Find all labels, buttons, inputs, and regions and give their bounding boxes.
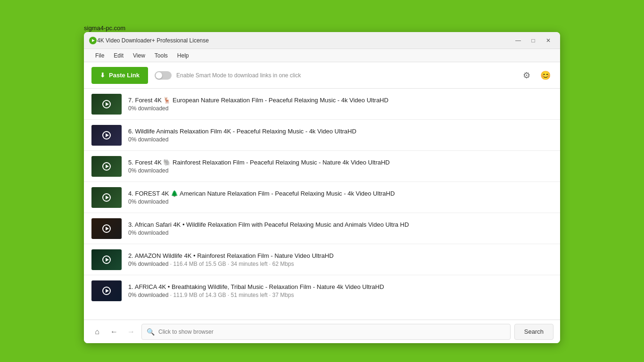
download-status: 0% downloaded: [128, 198, 553, 205]
smart-mode-area: Enable Smart Mode to download links in o…: [155, 71, 513, 80]
play-icon: [102, 193, 111, 202]
video-thumbnail: [91, 94, 122, 115]
status-downloaded: 0% downloaded: [128, 261, 168, 267]
window-controls: — □ ✕: [511, 33, 555, 48]
play-icon: [102, 287, 111, 295]
status-downloaded: 0% downloaded: [128, 198, 168, 205]
browser-search-input[interactable]: [158, 329, 505, 335]
download-title: 6. Wildlife Animals Relaxation Film 4K -…: [128, 128, 553, 135]
window-title: 4K Video Downloader+ Professional Licens…: [97, 37, 511, 44]
download-status: 0% downloaded · 116.4 MB of 15.5 GB · 34…: [128, 261, 553, 267]
minimize-button[interactable]: —: [511, 33, 525, 48]
list-item[interactable]: 3. African Safari 4K • Wildlife Relaxati…: [84, 213, 560, 244]
maximize-button[interactable]: □: [526, 33, 540, 48]
download-title: 5. Forest 4K 🐘 Rainforest Relaxation Fil…: [128, 159, 553, 166]
download-info: 3. African Safari 4K • Wildlife Relaxati…: [128, 221, 553, 236]
list-item[interactable]: 7. Forest 4K 🦌 European Nature Relaxatio…: [84, 89, 560, 120]
status-extra: · 116.4 MB of 15.5 GB · 34 minutes left …: [168, 261, 294, 267]
status-downloaded: 0% downloaded: [128, 105, 168, 112]
toolbar: ⬇ Paste Link Enable Smart Mode to downlo…: [84, 62, 560, 89]
app-window: 4K Video Downloader+ Professional Licens…: [84, 32, 560, 343]
paste-link-icon: ⬇: [100, 72, 105, 79]
toggle-knob: [156, 72, 162, 79]
download-info: 6. Wildlife Animals Relaxation Film 4K -…: [128, 128, 553, 143]
back-button[interactable]: ←: [107, 325, 121, 338]
list-item[interactable]: 1. AFRICA 4K • Breathtaking Wildlife, Tr…: [84, 275, 560, 306]
video-thumbnail: [91, 156, 122, 177]
app-logo-icon: [89, 36, 97, 45]
download-list: 7. Forest 4K 🦌 European Nature Relaxatio…: [84, 89, 560, 320]
smart-mode-label: Enable Smart Mode to download links in o…: [176, 72, 301, 79]
paste-link-label: Paste Link: [109, 72, 140, 79]
account-icon-button[interactable]: 😊: [538, 68, 553, 82]
download-status: 0% downloaded: [128, 230, 553, 236]
paste-link-button[interactable]: ⬇ Paste Link: [91, 67, 148, 84]
video-thumbnail: [91, 218, 122, 239]
video-thumbnail: [91, 249, 122, 270]
status-downloaded: 0% downloaded: [128, 230, 168, 236]
status-extra: · 111.9 MB of 14.3 GB · 51 minutes left …: [168, 292, 294, 298]
list-item[interactable]: 6. Wildlife Animals Relaxation Film 4K -…: [84, 120, 560, 151]
download-status: 0% downloaded: [128, 105, 553, 112]
watermark: sigma4-pc.com: [84, 25, 125, 32]
download-info: 1. AFRICA 4K • Breathtaking Wildlife, Tr…: [128, 283, 553, 298]
download-info: 2. AMAZON Wildlife 4K • Rainforest Relax…: [128, 252, 553, 267]
play-icon: [102, 224, 111, 233]
play-icon: [102, 100, 111, 108]
forward-button[interactable]: →: [124, 325, 138, 338]
menu-item-file[interactable]: File: [91, 50, 109, 61]
download-info: 5. Forest 4K 🐘 Rainforest Relaxation Fil…: [128, 159, 553, 174]
list-item[interactable]: 5. Forest 4K 🐘 Rainforest Relaxation Fil…: [84, 151, 560, 182]
download-title: 7. Forest 4K 🦌 European Nature Relaxatio…: [128, 97, 553, 104]
download-title: 2. AMAZON Wildlife 4K • Rainforest Relax…: [128, 252, 553, 259]
browser-search-icon: 🔍: [147, 328, 155, 336]
download-title: 4. FOREST 4K 🌲 American Nature Relaxatio…: [128, 190, 553, 197]
menu-item-tools[interactable]: Tools: [150, 50, 173, 61]
status-downloaded: 0% downloaded: [128, 167, 168, 174]
settings-icon-button[interactable]: ⚙: [520, 68, 534, 82]
download-status: 0% downloaded · 111.9 MB of 14.3 GB · 51…: [128, 292, 553, 298]
status-downloaded: 0% downloaded: [128, 136, 168, 143]
download-info: 7. Forest 4K 🦌 European Nature Relaxatio…: [128, 97, 553, 112]
play-icon: [102, 162, 111, 171]
download-status: 0% downloaded: [128, 136, 553, 143]
video-thumbnail: [91, 125, 122, 146]
browser-bar: ⌂ ← → 🔍 Search: [84, 320, 560, 343]
list-item[interactable]: 2. AMAZON Wildlife 4K • Rainforest Relax…: [84, 244, 560, 275]
list-item[interactable]: 4. FOREST 4K 🌲 American Nature Relaxatio…: [84, 182, 560, 213]
toolbar-right-icons: ⚙ 😊: [520, 68, 553, 82]
title-bar: 4K Video Downloader+ Professional Licens…: [84, 32, 560, 49]
menu-item-help[interactable]: Help: [173, 50, 194, 61]
search-button[interactable]: Search: [514, 324, 553, 340]
home-button[interactable]: ⌂: [91, 325, 104, 338]
browser-search-box[interactable]: 🔍: [141, 324, 511, 340]
menu-bar: File Edit View Tools Help: [84, 49, 560, 62]
download-info: 4. FOREST 4K 🌲 American Nature Relaxatio…: [128, 190, 553, 205]
smart-mode-toggle[interactable]: [155, 71, 172, 80]
menu-item-view[interactable]: View: [128, 50, 150, 61]
play-icon: [102, 131, 111, 140]
download-title: 1. AFRICA 4K • Breathtaking Wildlife, Tr…: [128, 283, 553, 290]
download-status: 0% downloaded: [128, 167, 553, 174]
download-title: 3. African Safari 4K • Wildlife Relaxati…: [128, 221, 553, 228]
menu-item-edit[interactable]: Edit: [109, 50, 128, 61]
video-thumbnail: [91, 187, 122, 208]
close-button[interactable]: ✕: [541, 33, 555, 48]
play-icon: [102, 255, 111, 264]
watermark-text: sigma4-pc.com: [84, 25, 125, 32]
video-thumbnail: [91, 280, 122, 301]
status-downloaded: 0% downloaded: [128, 292, 168, 298]
